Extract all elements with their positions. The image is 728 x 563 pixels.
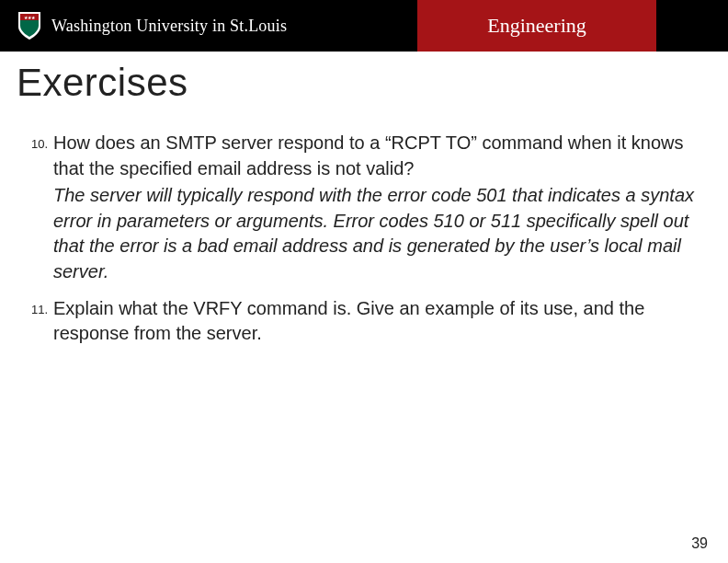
item-body: How does an SMTP server respond to a “RC… (53, 131, 711, 285)
exercise-list: 10. How does an SMTP server respond to a… (17, 131, 711, 347)
list-item: 10. How does an SMTP server respond to a… (22, 131, 711, 285)
item-body: Explain what the VRFY command is. Give a… (53, 296, 711, 347)
item-number: 11. (22, 296, 53, 347)
page-number: 39 (691, 535, 708, 552)
item-question: How does an SMTP server respond to a “RC… (53, 131, 711, 181)
list-item: 11. Explain what the VRFY command is. Gi… (22, 296, 711, 347)
page-title: Exercises (17, 61, 711, 105)
item-number: 10. (22, 131, 53, 285)
slide-content: Exercises 10. How does an SMTP server re… (0, 52, 728, 347)
engineering-label: Engineering (487, 14, 586, 38)
svg-text:★★★: ★★★ (24, 16, 36, 20)
shield-icon: ★★★ (17, 10, 42, 41)
item-answer: The server will typically respond with t… (53, 183, 711, 284)
logo-text: Washington University in St.Louis (51, 17, 287, 36)
header-bar: ★★★ Washington University in St.Louis En… (0, 0, 728, 52)
wustl-logo: ★★★ Washington University in St.Louis (0, 10, 287, 41)
item-question: Explain what the VRFY command is. Give a… (53, 296, 711, 347)
engineering-block: Engineering (417, 0, 656, 52)
